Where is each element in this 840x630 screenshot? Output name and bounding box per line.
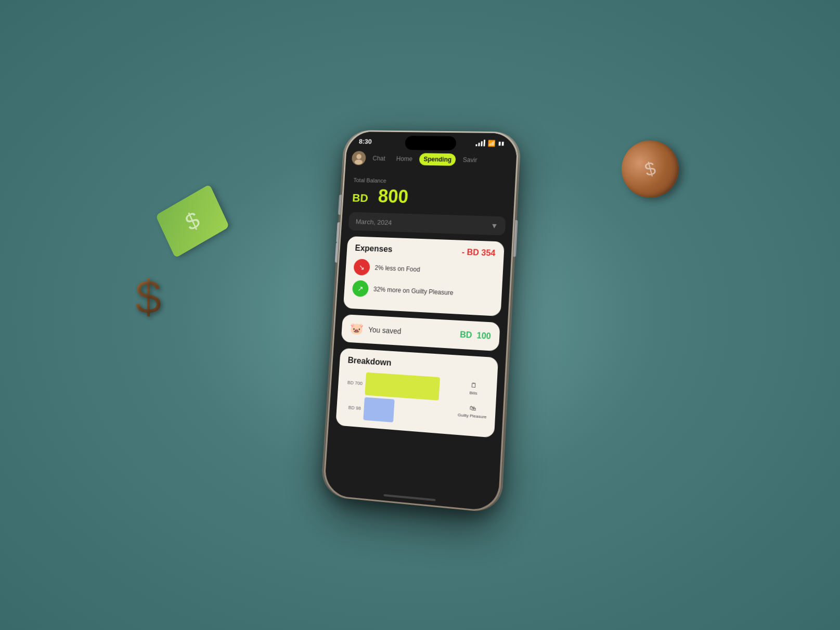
decorative-green-dollar: $ — [156, 184, 229, 258]
chart-label-guilty: BD 98 — [344, 404, 361, 410]
expense-item-food: ↘ 2% less on Food — [353, 259, 495, 281]
chart-bars: BD 700 BD 98 — [344, 371, 453, 427]
legend-bills-text: Bills — [469, 390, 477, 396]
piggy-icon: 🐷 — [349, 322, 364, 336]
expenses-header: Expenses - BD 354 — [355, 243, 496, 258]
tab-chat[interactable]: Chat — [368, 152, 390, 164]
savings-amount: BD 100 — [459, 330, 491, 341]
decorative-bronze-dollar: $ — [135, 271, 161, 324]
signal-icon — [475, 139, 485, 146]
chart-legend: 🗒 Bills 🛍 Guilty Pleasure — [457, 378, 488, 419]
savings-label: You saved — [368, 325, 401, 335]
phone-screen: 8:30 📶 ▮▮ — [324, 131, 518, 511]
chevron-down-icon: ▼ — [490, 221, 498, 229]
savings-value: 100 — [476, 331, 491, 341]
dynamic-island — [405, 135, 456, 150]
decorative-coin: $ — [615, 134, 686, 204]
breakdown-title: Breakdown — [347, 355, 489, 374]
chart-label-bills: BD 700 — [346, 380, 363, 386]
legend-guilty-text: Guilty Pleasure — [457, 412, 486, 419]
main-content: Total Balance BD 800 March, 2024 ▼ — [325, 169, 515, 500]
chart-bar-guilty — [363, 397, 395, 422]
phone-mockup: 8:30 📶 ▮▮ — [322, 130, 519, 513]
nav-bar: Chat Home Spending Saving — [345, 147, 516, 172]
expense-icon-food: ↘ — [353, 259, 370, 276]
expense-text-food: 2% less on Food — [374, 264, 420, 273]
wifi-icon: 📶 — [487, 139, 496, 147]
expense-icon-guilty: ↗ — [352, 280, 369, 297]
savings-currency: BD — [459, 330, 472, 340]
tab-spending[interactable]: Spending — [419, 153, 456, 166]
savings-content: 🐷 You saved BD 100 — [349, 322, 491, 343]
chart-bar-bills — [365, 372, 440, 400]
balance-section: Total Balance BD 800 — [350, 177, 508, 210]
breakdown-chart: BD 700 BD 98 — [344, 371, 488, 430]
status-icons: 📶 ▮▮ — [475, 139, 505, 147]
balance-amount: BD 800 — [352, 185, 505, 210]
savings-card: 🐷 You saved BD 100 — [341, 314, 500, 351]
battery-icon: ▮▮ — [498, 140, 505, 146]
legend-bills: 🗒 Bills — [459, 380, 488, 396]
guilty-icon: 🛍 — [469, 404, 476, 412]
tab-saving[interactable]: Saving — [458, 153, 477, 166]
expenses-title: Expenses — [355, 243, 393, 254]
expense-item-guilty: ↗ 32% more on Guilty Pleasure — [352, 280, 493, 303]
status-time: 8:30 — [358, 137, 372, 145]
chart-bar-container-bills — [365, 372, 454, 401]
expenses-card: Expenses - BD 354 ↘ 2% less on Food ↗ — [343, 236, 504, 316]
month-selector[interactable]: March, 2024 ▼ — [348, 212, 506, 235]
phone-frame: 8:30 📶 ▮▮ — [322, 130, 519, 513]
breakdown-card: Breakdown BD 700 BD 98 — [335, 348, 498, 438]
balance-label: Total Balance — [353, 177, 506, 186]
app-screen: 8:30 📶 ▮▮ — [324, 131, 518, 511]
avatar[interactable] — [351, 151, 366, 165]
bills-icon: 🗒 — [470, 381, 477, 389]
home-bar — [383, 494, 435, 501]
legend-guilty: 🛍 Guilty Pleasure — [457, 403, 487, 419]
chart-bar-container-guilty — [363, 397, 452, 427]
month-selector-text: March, 2024 — [355, 217, 392, 226]
balance-value: 800 — [377, 185, 409, 207]
tab-home[interactable]: Home — [392, 152, 417, 165]
expense-text-guilty: 32% more on Guilty Pleasure — [373, 285, 453, 296]
expenses-amount: - BD 354 — [461, 247, 496, 258]
balance-currency: BD — [352, 191, 368, 204]
